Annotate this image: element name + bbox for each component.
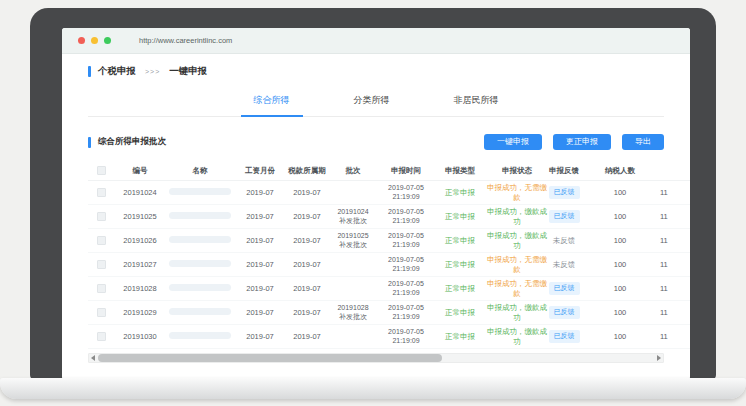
tab-classified-income[interactable]: 分类所得 — [341, 90, 403, 116]
correct-declare-button[interactable]: 更正申报 — [553, 134, 611, 150]
cell-taxpayers: 100 — [580, 188, 660, 197]
panel-actions: 一键申报 更正申报 导出 — [484, 134, 664, 150]
row-checkbox[interactable] — [88, 284, 114, 294]
table-header-row: 编号 名称 工资月份 税款所属期 批次 申报时间 申报类型 申报状态 申报反馈 … — [88, 161, 690, 181]
table-row: 201910302019-072019-072019-07-0521:19:09… — [88, 325, 690, 349]
cell-tax-period: 2019-07 — [286, 236, 328, 245]
name-redacted-bar — [169, 188, 231, 195]
cell-feedback: 已反馈 — [548, 330, 580, 343]
cell-feedback: 已反馈 — [548, 282, 580, 295]
accent-bar-icon — [88, 137, 91, 148]
col-declare-status: 申报状态 — [486, 166, 548, 176]
cell-taxpayers: 100 — [580, 260, 660, 269]
cell-clipped-value: 11 — [660, 212, 690, 221]
cell-clipped-value: 11 — [660, 332, 690, 341]
batch-table: 编号 名称 工资月份 税款所属期 批次 申报时间 申报类型 申报状态 申报反馈 … — [88, 161, 690, 349]
browser-window: http://www.careerintlinc.com 个税申报 >>> 一键… — [62, 28, 690, 380]
cell-feedback: 已反馈 — [548, 210, 580, 223]
feedback-badge: 已反馈 — [549, 210, 580, 223]
cell-declare-type: 正常申报 — [434, 212, 486, 221]
breadcrumb-separator: >>> — [145, 68, 160, 75]
table-row: 201910272019-072019-072019-07-0521:19:09… — [88, 253, 690, 277]
horizontal-scrollbar[interactable] — [88, 353, 664, 363]
cell-name-placeholder — [166, 212, 234, 221]
cell-salary-month: 2019-07 — [234, 308, 286, 317]
feedback-badge: 未反馈 — [553, 260, 576, 269]
row-checkbox[interactable] — [88, 212, 114, 222]
row-checkbox[interactable] — [88, 188, 114, 198]
cell-feedback: 未反馈 — [548, 260, 580, 269]
cell-declare-type: 正常申报 — [434, 236, 486, 245]
feedback-badge: 未反馈 — [553, 236, 576, 245]
name-redacted-bar — [169, 236, 231, 243]
scroll-left-icon[interactable] — [91, 355, 95, 361]
scroll-right-icon[interactable] — [657, 355, 661, 361]
table-body: 201910242019-072019-072019-07-0521:19:09… — [88, 181, 690, 349]
cell-taxpayers: 100 — [580, 284, 660, 293]
row-checkbox[interactable] — [88, 332, 114, 342]
panel-title: 综合所得申报批次 — [98, 136, 166, 148]
window-expand-icon[interactable] — [104, 37, 111, 44]
browser-chrome: http://www.careerintlinc.com — [62, 28, 690, 54]
cell-feedback: 已反馈 — [548, 186, 580, 199]
page-content: 个税申报 >>> 一键申报 综合所得 分类所得 非居民所得 综合所得申报批次 一… — [62, 63, 690, 363]
export-button[interactable]: 导出 — [622, 134, 664, 150]
cell-name-placeholder — [166, 284, 234, 293]
tab-comprehensive-income[interactable]: 综合所得 — [241, 90, 303, 117]
col-declare-type: 申报类型 — [434, 166, 486, 176]
cell-id: 20191024 — [114, 188, 166, 197]
col-feedback: 申报反馈 — [548, 166, 580, 176]
cell-batch: 20191024补发批次 — [328, 208, 378, 226]
col-id: 编号 — [114, 166, 166, 176]
cell-id: 20191027 — [114, 260, 166, 269]
table-row: 201910242019-072019-072019-07-0521:19:09… — [88, 181, 690, 205]
cell-salary-month: 2019-07 — [234, 236, 286, 245]
table-row: 201910282019-072019-072019-07-0521:19:09… — [88, 277, 690, 301]
window-minimize-icon[interactable] — [91, 37, 98, 44]
scrollbar-thumb[interactable] — [98, 354, 442, 362]
row-checkbox[interactable] — [88, 308, 114, 318]
col-batch: 批次 — [328, 166, 378, 176]
cell-declare-status: 申报成功，无需缴款 — [486, 183, 548, 202]
cell-declare-status: 申报成功，缴款成功 — [486, 231, 548, 250]
cell-declare-type: 正常申报 — [434, 308, 486, 317]
cell-declare-time: 2019-07-0521:19:09 — [378, 208, 434, 226]
table-row: 201910262019-072019-0720191025补发批次2019-0… — [88, 229, 690, 253]
cell-tax-period: 2019-07 — [286, 332, 328, 341]
cell-clipped-value: 11 — [660, 188, 690, 197]
cell-name-placeholder — [166, 332, 234, 341]
cell-id: 20191026 — [114, 236, 166, 245]
col-taxpayers: 纳税人数 — [580, 166, 660, 176]
cell-name-placeholder — [166, 236, 234, 245]
cell-declare-time: 2019-07-0521:19:09 — [378, 328, 434, 346]
address-bar[interactable]: http://www.careerintlinc.com — [139, 36, 232, 45]
window-close-icon[interactable] — [78, 37, 85, 44]
cell-declare-type: 正常申报 — [434, 332, 486, 341]
select-all-checkbox[interactable] — [88, 166, 114, 176]
cell-tax-period: 2019-07 — [286, 308, 328, 317]
cell-id: 20191028 — [114, 284, 166, 293]
cell-name-placeholder — [166, 308, 234, 317]
cell-id: 20191025 — [114, 212, 166, 221]
cell-salary-month: 2019-07 — [234, 284, 286, 293]
name-redacted-bar — [169, 284, 231, 291]
table-row: 201910292019-072019-0720191028补发批次2019-0… — [88, 301, 690, 325]
laptop-base — [0, 378, 746, 399]
feedback-badge: 已反馈 — [549, 306, 580, 319]
cell-id: 20191029 — [114, 308, 166, 317]
cell-name-placeholder — [166, 260, 234, 269]
tab-bar: 综合所得 分类所得 非居民所得 — [88, 90, 664, 117]
cell-clipped-value: 11 — [660, 284, 690, 293]
row-checkbox[interactable] — [88, 260, 114, 270]
one-click-declare-button[interactable]: 一键申报 — [484, 134, 542, 150]
breadcrumb: 个税申报 >>> 一键申报 — [88, 63, 664, 79]
col-name: 名称 — [166, 166, 234, 176]
cell-taxpayers: 100 — [580, 332, 660, 341]
cell-declare-type: 正常申报 — [434, 260, 486, 269]
cell-declare-type: 正常申报 — [434, 188, 486, 197]
row-checkbox[interactable] — [88, 236, 114, 246]
name-redacted-bar — [169, 308, 231, 315]
tab-nonresident-income[interactable]: 非居民所得 — [441, 90, 512, 116]
cell-declare-type: 正常申报 — [434, 284, 486, 293]
cell-declare-time: 2019-07-0521:19:09 — [378, 232, 434, 250]
